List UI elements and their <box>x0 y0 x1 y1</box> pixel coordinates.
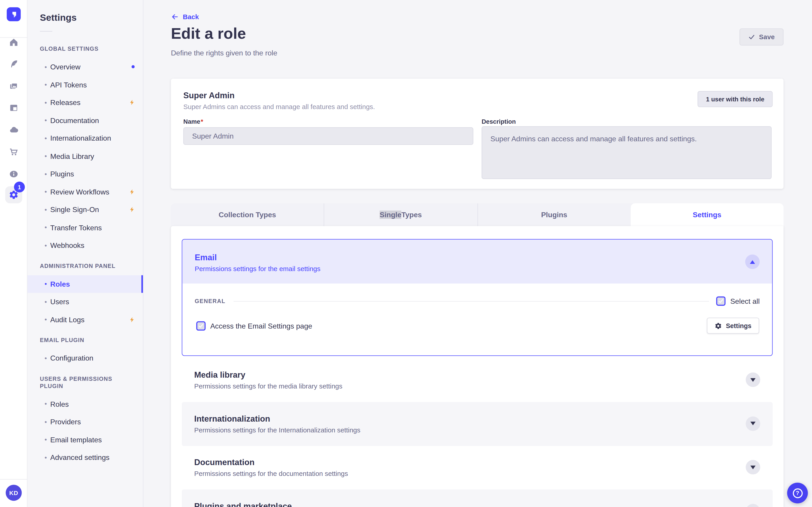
permission-row: Access the Email Settings page Settings <box>196 318 759 334</box>
page-title: Edit a role <box>171 25 246 42</box>
bullet-icon: • <box>44 171 47 177</box>
sidebar-item-configuration[interactable]: •Configuration <box>28 349 143 367</box>
sidebar-item-label: Review Workflows <box>50 188 109 196</box>
info-icon[interactable] <box>0 165 28 182</box>
sidebar-item-review-workflows[interactable]: •Review Workflows <box>28 183 143 201</box>
sidebar-item-label: Email templates <box>50 436 102 444</box>
sidebar-title-divider <box>40 31 52 32</box>
settings-notification-badge: 1 <box>14 182 25 192</box>
accordion-title: Plugins and marketplace <box>194 502 292 507</box>
cloud-icon[interactable] <box>0 121 28 138</box>
tab-single-types[interactable]: Single Types <box>324 203 477 226</box>
sidebar-item-advanced-settings[interactable]: •Advanced settings <box>28 449 143 466</box>
bullet-icon: • <box>44 81 47 88</box>
name-field-label: Name* <box>184 118 203 125</box>
sidebar-item-label: Documentation <box>50 116 99 125</box>
question-mark-icon: ? <box>793 488 803 498</box>
settings-sidebar: Settings GLOBAL SETTINGS•Overview•API To… <box>28 0 144 507</box>
role-description-text: Super Admins can access and manage all f… <box>184 103 375 111</box>
bullet-icon: • <box>44 418 47 425</box>
rail-divider <box>0 479 28 480</box>
sidebar-item-roles[interactable]: •Roles <box>28 275 143 293</box>
sidebar-section-label-administration-panel: ADMINISTRATION PANEL <box>40 262 131 269</box>
general-section-row: GENERAL Select all <box>195 296 760 306</box>
email-accordion-subtitle: Permissions settings for the email setti… <box>195 265 320 273</box>
permission-checkbox[interactable] <box>196 321 205 330</box>
check-icon <box>718 298 724 304</box>
sidebar-item-plugins[interactable]: •Plugins <box>28 165 143 183</box>
expand-button[interactable] <box>746 373 760 387</box>
bullet-icon: • <box>44 316 47 323</box>
bullet-icon: • <box>44 99 47 106</box>
user-avatar[interactable]: KD <box>6 485 22 501</box>
required-asterisk: * <box>201 118 203 125</box>
sidebar-item-roles[interactable]: •Roles <box>28 395 143 413</box>
icon-rail: 1 KD <box>0 0 28 507</box>
email-accordion-header[interactable]: Email Permissions settings for the email… <box>182 239 772 283</box>
bullet-icon: • <box>44 242 47 249</box>
strapi-admin-app: 1 KD Settings GLOBAL SETTINGS•Overview•A… <box>0 0 812 507</box>
page-subtitle: Define the rights given to the role <box>171 49 277 57</box>
sidebar-item-label: Webhooks <box>50 241 84 249</box>
sidebar-item-internationalization[interactable]: •Internationalization <box>28 129 143 147</box>
sidebar-item-documentation[interactable]: •Documentation <box>28 112 143 129</box>
sidebar-item-single-sign-on[interactable]: •Single Sign-On <box>28 201 143 219</box>
select-all-label: Select all <box>730 297 760 305</box>
sidebar-title: Settings <box>40 12 143 23</box>
settings-permissions-panel: Email Permissions settings for the email… <box>171 226 783 507</box>
sidebar-item-users[interactable]: •Users <box>28 293 143 311</box>
help-button[interactable]: ? <box>787 483 808 503</box>
section-divider <box>234 301 709 301</box>
users-with-role-button[interactable]: 1 user with this role <box>698 91 772 107</box>
description-textarea[interactable]: Super Admins can access and manage all f… <box>481 126 772 179</box>
home-icon[interactable] <box>0 33 28 51</box>
sidebar-item-audit-logs[interactable]: •Audit Logs <box>28 311 143 329</box>
sidebar-item-overview[interactable]: •Overview <box>28 58 143 76</box>
select-all-checkbox[interactable] <box>716 296 726 306</box>
role-name-heading: Super Admin <box>184 91 235 100</box>
marketplace-cart-icon[interactable] <box>0 143 28 161</box>
media-library-images-icon[interactable] <box>0 77 28 95</box>
sidebar-item-webhooks[interactable]: •Webhooks <box>28 236 143 254</box>
sidebar-item-label: Roles <box>50 400 69 408</box>
tab-plugins[interactable]: Plugins <box>477 203 631 226</box>
settings-button-label: Settings <box>726 322 751 329</box>
back-link[interactable]: Back <box>171 13 199 20</box>
sidebar-item-api-tokens[interactable]: •API Tokens <box>28 76 143 94</box>
sidebar-item-providers[interactable]: •Providers <box>28 413 143 431</box>
check-icon <box>748 34 755 40</box>
lightning-bolt-icon <box>129 316 135 323</box>
sidebar-item-label: Providers <box>50 417 81 426</box>
content-type-builder-layout-icon[interactable] <box>0 99 28 117</box>
back-arrow-icon <box>171 13 179 20</box>
content-manager-feather-icon[interactable] <box>0 55 28 73</box>
accordion-row-media-library[interactable]: Media libraryPermissions settings for th… <box>182 358 773 402</box>
expand-button[interactable] <box>746 416 760 431</box>
expand-button[interactable] <box>746 504 760 507</box>
expand-button[interactable] <box>746 460 760 474</box>
save-button[interactable]: Save <box>740 29 783 46</box>
bullet-icon: • <box>44 117 47 124</box>
sidebar-item-label: Media Library <box>50 152 94 160</box>
strapi-logo[interactable] <box>7 7 21 21</box>
sidebar-item-media-library[interactable]: •Media Library <box>28 147 143 165</box>
bullet-icon: • <box>44 454 47 461</box>
bullet-icon: • <box>44 135 47 142</box>
back-label: Back <box>183 13 199 20</box>
accordion-row-plugins-and-marketplace[interactable]: Plugins and marketplace <box>182 489 773 507</box>
bullet-icon: • <box>44 153 47 160</box>
sidebar-item-label: Transfer Tokens <box>50 223 102 232</box>
gear-icon <box>715 322 722 329</box>
tab-settings[interactable]: Settings <box>631 203 783 226</box>
name-input[interactable]: Super Admin <box>184 127 473 145</box>
permission-label: Access the Email Settings page <box>210 322 312 330</box>
permission-settings-button[interactable]: Settings <box>707 318 759 334</box>
sidebar-item-email-templates[interactable]: •Email templates <box>28 431 143 448</box>
sidebar-item-transfer-tokens[interactable]: •Transfer Tokens <box>28 219 143 236</box>
chevron-up-icon <box>750 260 755 264</box>
collapse-button[interactable] <box>745 255 760 269</box>
accordion-row-internationalization[interactable]: InternationalizationPermissions settings… <box>182 402 773 446</box>
sidebar-item-releases[interactable]: •Releases <box>28 94 143 112</box>
accordion-row-documentation[interactable]: DocumentationPermissions settings for th… <box>182 446 773 490</box>
tab-collection-types[interactable]: Collection Types <box>171 203 324 226</box>
